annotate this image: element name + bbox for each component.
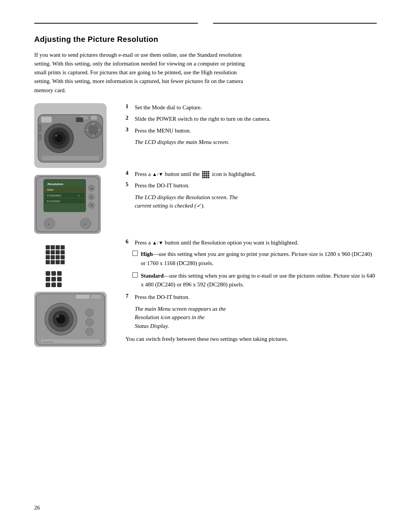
svg-text:◄ ▲ ▼ ►: ◄ ▲ ▼ ► [43,341,54,343]
step-4-number: 4 [126,170,132,176]
intro-paragraph: If you want to send pictures through e-m… [34,51,247,95]
step-3-number: 3 [126,126,132,133]
step-6-suffix: button until the Resolution option you w… [163,240,298,246]
camera-top-svg [34,103,107,168]
svg-point-48 [86,328,93,335]
svg-rect-52 [91,295,101,299]
step-4-text: Press a ▲/▼ button until the icon is hig… [135,170,377,179]
svg-point-5 [55,134,57,137]
svg-text:►: ► [84,223,86,225]
step-2-text: Slide the POWER switch to the right to t… [135,115,377,123]
option-high-desc: use this setting when you are going to p… [141,251,372,266]
camera-bottom-svg: ◄ ▲ ▼ ► [34,292,107,347]
svg-text:▲: ▲ [90,187,93,190]
top-line-left [34,23,198,24]
page-number: 26 [34,505,40,511]
svg-rect-16 [42,156,99,160]
steps-group-2: 4 Press a ▲/▼ button until the icon is h… [126,170,377,235]
step-4: 4 Press a ▲/▼ button until the icon is h… [126,170,377,179]
left-column: Resolution HIGH STANDARD ✓ ECONOMY ▲ [34,103,118,347]
standard-resolution-icon [46,271,62,287]
option-standard-desc: use this setting when you are going to e… [141,273,375,288]
note-2: The LCD displays the Resolution screen. … [135,193,377,210]
step-6-prefix: Press a [135,240,152,246]
right-column: 1 Set the Mode dial to Capture. 2 Slide … [118,103,377,347]
note-2-line1: The LCD displays the Resolution screen. … [135,194,238,200]
svg-text:ECONOMY: ECONOMY [47,200,61,203]
step-6-text: Press a ▲/▼ button until the Resolution … [135,238,377,247]
resolution-inline-icon [202,171,209,178]
svg-rect-18 [76,118,83,122]
option-standard-dash: — [164,273,169,279]
resolution-icons [46,245,118,287]
note-3-line2: Resolution icon appears in the [135,314,204,320]
step-5-text: Press the DO-IT button. [135,181,377,190]
svg-text:▼: ▼ [90,204,93,207]
note-3: The main Menu screen reappears as the Re… [135,305,377,331]
svg-point-45 [56,315,59,318]
svg-point-46 [86,309,93,316]
step-4-arrow: ▲/▼ [152,171,163,177]
step-6-number: 6 [126,238,132,245]
option-high-label: High [141,251,153,257]
step-2-number: 2 [126,115,132,121]
closing-text: You can switch freely between these two … [126,335,377,343]
step-1: 1 Set the Mode dial to Capture. [126,103,377,112]
svg-rect-17 [41,117,52,123]
note-1: The LCD displays the main Menu screen. [135,138,377,147]
note-2-line2: current setting is checked (✓). [135,203,205,209]
steps-group-1: 1 Set the Mode dial to Capture. 2 Slide … [126,103,377,170]
step-7: 7 Press the DO-IT button. [126,293,377,302]
step-5: 5 Press the DO-IT button. [126,181,377,190]
svg-point-9 [88,125,99,135]
note-3-line3: Status Display. [135,323,169,329]
camera-top-image [34,103,107,168]
option-high-checkbox [132,251,138,256]
option-high: High—use this setting when you are going… [132,250,377,268]
step-4-end: icon is highlighted. [212,171,256,177]
step-3-text: Press the MENU button. [135,126,377,135]
camera-screen-image: Resolution HIGH STANDARD ✓ ECONOMY ▲ [34,175,101,234]
step-5-number: 5 [126,181,132,188]
svg-point-47 [86,318,93,326]
option-high-dash: — [153,251,159,257]
option-standard: Standard—use this setting when you are g… [132,272,377,289]
svg-rect-51 [76,295,89,299]
section-title: Adjusting the Picture Resolution [34,35,377,44]
svg-text:◄: ◄ [47,223,49,225]
step-7-number: 7 [126,293,132,299]
option-standard-text: Standard—use this setting when you are g… [141,272,377,289]
svg-text:HIGH: HIGH [47,189,54,191]
top-line-right [213,23,377,24]
step-6-arrow: ▲/▼ [152,240,163,246]
svg-point-36 [44,218,55,229]
high-resolution-icon [46,245,65,264]
steps-group-3: 6 Press a ▲/▼ button until the Resolutio… [126,238,377,344]
camera-bottom-image: ◄ ▲ ▼ ► [34,292,107,347]
step-4-suffix: button until the [163,171,199,177]
step-1-number: 1 [126,103,132,110]
note-3-line1: The main Menu screen reappears as the [135,306,226,312]
step-7-text: Press the DO-IT button. [135,293,377,302]
step-4-prefix: Press a [135,171,152,177]
top-decorative-lines [34,23,377,24]
svg-rect-7 [91,115,97,120]
svg-text:Resolution: Resolution [48,182,63,186]
option-high-text: High—use this setting when you are going… [141,250,377,268]
main-content-area: Resolution HIGH STANDARD ✓ ECONOMY ▲ [34,103,377,347]
step-1-text: Set the Mode dial to Capture. [135,103,377,112]
step-3: 3 Press the MENU button. [126,126,377,135]
svg-text:✓: ✓ [78,194,80,197]
svg-rect-15 [38,134,41,140]
svg-rect-14 [38,124,41,132]
step-2: 2 Slide the POWER switch to the right to… [126,115,377,123]
option-standard-label: Standard [141,273,164,279]
step-6: 6 Press a ▲/▼ button until the Resolutio… [126,238,377,247]
camera-screen-svg: Resolution HIGH STANDARD ✓ ECONOMY ▲ [34,175,101,234]
svg-text:STANDARD: STANDARD [47,194,61,197]
option-standard-checkbox [132,272,138,278]
svg-text:●: ● [90,195,92,199]
